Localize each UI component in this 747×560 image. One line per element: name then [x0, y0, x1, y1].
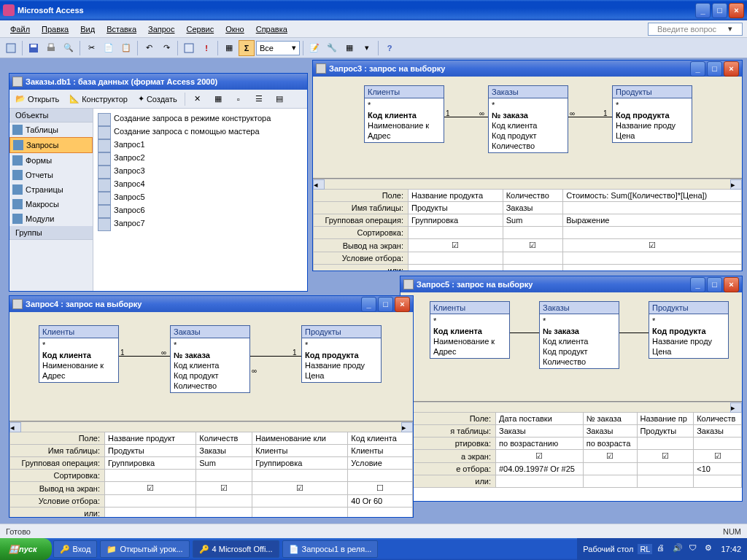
q4-clients-table[interactable]: Клиенты *Код клиентаНаименование кАдрес	[39, 325, 119, 383]
obj-tables[interactable]: Таблицы	[9, 122, 93, 137]
q3-grid[interactable]: Поле:Название продуктаКоличествоСтоимост…	[313, 189, 742, 271]
q4-grid[interactable]: Поле:Название продуктКоличествНаименован…	[9, 432, 413, 517]
q5-max-button[interactable]: □	[707, 277, 722, 292]
db-view-large-icon[interactable]: ▦	[210, 91, 226, 107]
q4-products-table[interactable]: Продукты *Код продуктаНазвание продуЦена	[301, 325, 382, 383]
taskbar-item-2[interactable]: 📁Открытый урок...	[100, 540, 189, 558]
query4-titlebar[interactable]: Запрос4 : запрос на выборку _ □ ×	[9, 296, 413, 312]
obj-queries[interactable]: Запросы	[9, 137, 93, 153]
query5-titlebar[interactable]: Запрос5 : запрос на выборку _ □ ×	[400, 276, 742, 292]
q4-relations[interactable]: Клиенты *Код клиентаНаименование кАдрес …	[9, 312, 413, 421]
q5-relations[interactable]: Клиенты *Код клиентаНаименование кАдрес …	[400, 292, 742, 402]
taskbar-item-3[interactable]: 🔑4 Microsoft Offi...	[193, 540, 279, 558]
q3-max-button[interactable]: □	[707, 61, 722, 77]
showtable-button[interactable]: ▦	[221, 40, 237, 56]
obj-modules[interactable]: Модули	[9, 211, 93, 226]
db-titlebar[interactable]: Заказы.db1 : база данных (формат Access …	[9, 74, 307, 90]
list-q1[interactable]: Запрос1	[96, 138, 304, 151]
preview-button[interactable]: 🔍	[61, 40, 77, 56]
start-button[interactable]: 🪟 пуск	[0, 538, 52, 560]
q5-products-table[interactable]: Продукты *Код продуктаНазвание продуЦена	[649, 301, 729, 359]
copy-button[interactable]: 📄	[101, 40, 117, 56]
taskbar-item-4[interactable]: 📄Запросы1 в реля...	[282, 540, 379, 558]
list-new-design[interactable]: Создание запроса в режиме конструктора	[96, 112, 304, 125]
q4-orders-table[interactable]: Заказы *№ заказаКод клиентаКод продуктКо…	[170, 325, 250, 393]
db-design-button[interactable]: 📐Конструктор	[66, 93, 131, 105]
obj-forms[interactable]: Формы	[9, 153, 93, 168]
desktop-label[interactable]: Рабочий стол	[583, 545, 633, 553]
newobj-button[interactable]: ▾	[359, 40, 375, 56]
menu-file[interactable]: Файл	[4, 23, 36, 36]
q5-min-button[interactable]: _	[690, 277, 705, 292]
q5-clients-table[interactable]: Клиенты *Код клиентаНаименование кАдрес	[430, 301, 510, 359]
q3-orders-table[interactable]: Заказы *№ заказаКод клиентаКод продуктКо…	[488, 85, 568, 153]
properties-button[interactable]: 📝	[306, 40, 322, 56]
list-q3[interactable]: Запрос3	[96, 164, 304, 177]
help-search[interactable]: Введите вопрос▾	[648, 23, 743, 36]
query3-window[interactable]: Запрос3 : запрос на выборку _ □ × Клиент…	[312, 60, 743, 271]
q5-close-button[interactable]: ×	[724, 277, 739, 292]
obj-macros[interactable]: Макросы	[9, 197, 93, 211]
q4-min-button[interactable]: _	[361, 297, 376, 312]
list-new-wizard[interactable]: Создание запроса с помощью мастера	[96, 125, 304, 138]
totals-button[interactable]: Σ	[239, 40, 255, 56]
menu-window[interactable]: Окно	[220, 23, 250, 36]
q3-close-button[interactable]: ×	[724, 61, 739, 77]
tray-icon[interactable]: 🔊	[673, 543, 684, 555]
q4-close-button[interactable]: ×	[395, 297, 410, 312]
menu-query[interactable]: Запрос	[142, 23, 180, 36]
scroll-right-icon[interactable]: ▸	[730, 179, 742, 190]
undo-button[interactable]: ↶	[141, 40, 157, 56]
list-q6[interactable]: Запрос6	[96, 203, 304, 217]
close-button[interactable]: ×	[729, 3, 744, 18]
tray-icon[interactable]: ⚙	[705, 543, 716, 555]
redo-button[interactable]: ↷	[158, 40, 174, 56]
obj-pages[interactable]: Страницы	[9, 182, 93, 197]
menu-insert[interactable]: Вставка	[101, 23, 142, 36]
lang-indicator[interactable]: RL	[638, 544, 652, 554]
db-create-button[interactable]: ✦Создать	[135, 93, 180, 105]
db-open-button[interactable]: 📂Открыть	[12, 93, 62, 105]
builder-button[interactable]: 🔧	[324, 40, 340, 56]
query5-window[interactable]: Запрос5 : запрос на выборку _ □ × Клиент…	[400, 276, 743, 502]
q3-min-button[interactable]: _	[690, 61, 705, 77]
cut-button[interactable]: ✂	[83, 40, 99, 56]
menu-help[interactable]: Справка	[250, 23, 293, 36]
list-q7[interactable]: Запрос7	[96, 217, 304, 230]
run-button[interactable]: !	[198, 40, 214, 56]
save-button[interactable]	[26, 40, 42, 56]
paste-button[interactable]: 📋	[118, 40, 134, 56]
list-q2[interactable]: Запрос2	[96, 151, 304, 164]
tray-icon[interactable]: 🛡	[689, 543, 700, 555]
help-button[interactable]: ?	[382, 40, 398, 56]
toprows-combo[interactable]: Все▾	[256, 41, 300, 55]
print-button[interactable]	[43, 40, 59, 56]
menu-view[interactable]: Вид	[74, 23, 101, 36]
q5-grid[interactable]: Поле:Дата поставки№ заказаНазвание прКол…	[400, 412, 742, 501]
querytype-button[interactable]	[181, 40, 197, 56]
minimize-button[interactable]: _	[695, 3, 711, 18]
q3-relations[interactable]: Клиенты *Код клиентаНаименование кАдрес …	[313, 77, 742, 179]
q4-max-button[interactable]: □	[378, 297, 393, 312]
db-view-small-icon[interactable]: ▫	[231, 91, 247, 107]
list-q4[interactable]: Запрос4	[96, 177, 304, 190]
q3-products-table[interactable]: Продукты *Код продуктаНазвание продуЦена	[612, 85, 692, 143]
menu-edit[interactable]: Правка	[36, 23, 74, 36]
db-delete-button[interactable]: ✕	[190, 91, 206, 107]
db-view-list-icon[interactable]: ☰	[251, 91, 267, 107]
dbwindow-button[interactable]: ▦	[341, 40, 357, 56]
list-q5[interactable]: Запрос5	[96, 190, 304, 203]
query4-window[interactable]: Запрос4 : запрос на выборку _ □ × Клиент…	[9, 295, 414, 518]
db-view-detail-icon[interactable]: ▤	[271, 91, 287, 107]
scroll-left-icon[interactable]: ◂	[313, 179, 325, 190]
taskbar-item-1[interactable]: 🔑Вход	[53, 540, 98, 558]
query3-titlebar[interactable]: Запрос3 : запрос на выборку _ □ ×	[313, 61, 742, 77]
q5-orders-table[interactable]: Заказы *№ заказаКод клиентаКод продуктКо…	[539, 301, 619, 369]
tray-icon[interactable]: 🖨	[657, 543, 668, 555]
menu-tools[interactable]: Сервис	[180, 23, 220, 36]
db-window[interactable]: Заказы.db1 : база данных (формат Access …	[9, 73, 308, 292]
obj-reports[interactable]: Отчеты	[9, 168, 93, 182]
clock[interactable]: 17:42	[721, 545, 741, 553]
maximize-button[interactable]: □	[712, 3, 727, 18]
view-button[interactable]	[3, 40, 19, 56]
